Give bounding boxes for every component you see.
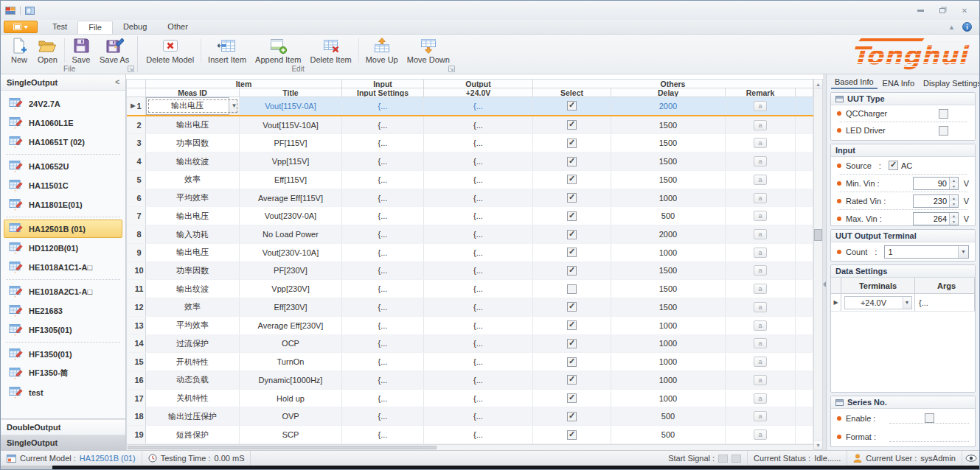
title-cell[interactable]: Average Eff[230V] xyxy=(240,317,342,334)
title-cell[interactable]: Dynamic[1000Hz] xyxy=(240,371,342,389)
panel-splitter[interactable] xyxy=(823,74,826,450)
model-list-item[interactable]: HA10652U xyxy=(4,157,122,175)
max-vin-stepper[interactable]: 264▲▼ xyxy=(913,212,959,225)
count-dropdown[interactable]: 1▼ xyxy=(884,245,969,259)
current-model-value[interactable]: HA12501B (01) xyxy=(80,454,136,463)
select-checkbox[interactable] xyxy=(567,138,577,148)
horizontal-scrollbar[interactable] xyxy=(127,444,813,450)
output-value-cell[interactable]: {... xyxy=(424,353,533,371)
title-cell[interactable]: Vpp[230V] xyxy=(240,280,342,298)
meas-id-cell[interactable]: 平均效率▼ xyxy=(146,317,240,334)
document-icon[interactable] xyxy=(25,7,35,15)
delay-cell[interactable]: 1500 xyxy=(611,262,726,280)
table-row[interactable]: ▶16 动态负载▼ Dynamic[1000Hz] {... {... 1000… xyxy=(127,371,813,390)
scroll-up-icon[interactable]: ▲ xyxy=(814,80,822,89)
remark-edit-button[interactable]: a xyxy=(754,175,767,185)
meas-id-cell[interactable]: 功率因数▼ xyxy=(146,134,240,152)
select-checkbox[interactable] xyxy=(567,193,577,203)
input-settings-cell[interactable]: {... xyxy=(342,390,424,407)
delete-model-button[interactable]: Delete Model xyxy=(142,36,198,65)
input-settings-cell[interactable]: {... xyxy=(342,426,424,443)
input-settings-cell[interactable]: {... xyxy=(342,298,424,316)
meas-id-cell[interactable]: 输出过压保护▼ xyxy=(146,407,240,425)
remark-edit-button[interactable]: a xyxy=(754,248,767,258)
output-value-cell[interactable]: {... xyxy=(424,280,533,298)
tab-test[interactable]: Test xyxy=(42,21,77,34)
column-header-input-settings[interactable]: Input Settings xyxy=(342,88,424,97)
remark-edit-button[interactable]: a xyxy=(754,338,767,348)
sidebar-button-singleoutput[interactable]: SingleOutput xyxy=(1,435,125,450)
input-settings-cell[interactable]: {... xyxy=(342,407,424,425)
delay-cell[interactable]: 1000 xyxy=(611,353,726,371)
ac-source-checkbox[interactable] xyxy=(889,161,898,170)
remark-edit-button[interactable]: a xyxy=(754,193,767,203)
output-value-cell[interactable]: {... xyxy=(424,426,533,443)
title-cell[interactable]: PF[115V] xyxy=(240,134,342,152)
model-list-item[interactable]: HE1018A2C1-A□ xyxy=(4,282,122,301)
table-row[interactable]: ▶15 开机特性▼ TurnOn {... {... 1000 a xyxy=(127,353,813,371)
rated-vin-stepper[interactable]: 230▲▼ xyxy=(913,194,959,208)
meas-id-cell[interactable]: 输出纹波▼ xyxy=(146,152,240,170)
remark-edit-button[interactable]: a xyxy=(754,120,767,130)
select-checkbox[interactable] xyxy=(567,412,577,421)
remark-edit-button[interactable]: a xyxy=(754,229,767,239)
select-checkbox[interactable] xyxy=(567,175,577,184)
title-cell[interactable]: SCP xyxy=(240,426,342,443)
title-cell[interactable]: OVP xyxy=(240,407,342,425)
table-row[interactable]: ▶5 效率▼ Eff[115V] {... {... 1500 a xyxy=(127,171,813,189)
led-driver-checkbox[interactable] xyxy=(939,126,948,136)
model-list-item[interactable]: 24V2.7A xyxy=(4,94,122,113)
title-cell[interactable]: Vout[115V-10A] xyxy=(240,116,342,134)
meas-id-cell[interactable]: 功率因数▼ xyxy=(146,262,240,280)
delay-cell[interactable]: 2000 xyxy=(611,97,726,115)
args-cell[interactable]: {... xyxy=(915,294,975,311)
chevron-down-icon[interactable]: ▼ xyxy=(958,246,968,258)
output-value-cell[interactable]: {... xyxy=(424,262,533,280)
collapse-sidebar-icon[interactable]: < xyxy=(115,78,119,86)
delay-cell[interactable]: 1000 xyxy=(611,317,726,334)
table-row[interactable]: ▶9 输出电压▼ Vout[230V-10A] {... {... 1000 a xyxy=(127,244,813,262)
output-value-cell[interactable]: {... xyxy=(424,152,533,170)
model-list-item[interactable]: HF1305(01) xyxy=(4,320,122,339)
min-vin-stepper[interactable]: 90▲▼ xyxy=(913,177,959,190)
output-value-cell[interactable]: {... xyxy=(424,97,533,115)
model-list-item[interactable]: HA11501C xyxy=(4,176,122,194)
delay-cell[interactable]: 2000 xyxy=(611,225,726,243)
input-settings-cell[interactable]: {... xyxy=(342,116,424,134)
select-checkbox[interactable] xyxy=(567,101,577,111)
delay-cell[interactable]: 1500 xyxy=(611,280,726,298)
tab-based-info[interactable]: Based Info xyxy=(831,77,878,89)
save-button[interactable]: Save xyxy=(67,36,95,65)
input-settings-cell[interactable]: {... xyxy=(342,262,424,280)
input-settings-cell[interactable]: {... xyxy=(342,171,424,189)
qccharger-checkbox[interactable] xyxy=(939,109,948,119)
series-enable-checkbox[interactable] xyxy=(925,413,934,423)
vertical-scrollbar-thumb[interactable] xyxy=(814,229,822,241)
model-list-item[interactable]: HA12501B (01) xyxy=(4,220,122,238)
meas-id-cell[interactable]: 输出电压▼ xyxy=(146,244,240,262)
select-checkbox[interactable] xyxy=(567,339,577,348)
scroll-down-icon[interactable]: ▼ xyxy=(814,440,822,449)
table-row[interactable]: ▶11 输出纹波▼ Vpp[230V] {... {... 1500 a xyxy=(127,280,813,298)
select-checkbox[interactable] xyxy=(567,120,577,130)
model-list-item[interactable]: HA11801E(01) xyxy=(4,195,122,214)
select-checkbox[interactable] xyxy=(567,211,577,221)
new-button[interactable]: New xyxy=(5,36,33,65)
delay-cell[interactable]: 500 xyxy=(611,426,726,443)
vertical-scrollbar[interactable]: ▲ ▼ xyxy=(813,79,823,450)
remark-edit-button[interactable]: a xyxy=(754,320,767,331)
input-settings-cell[interactable]: {... xyxy=(342,335,424,353)
delay-cell[interactable]: 1000 xyxy=(611,244,726,262)
table-row[interactable]: ▶12 效率▼ Eff[230V] {... {... 1500 a xyxy=(127,298,813,317)
model-list-item[interactable]: HF1350-简 xyxy=(4,364,122,382)
table-row[interactable]: ▶18 输出过压保护▼ OVP {... {... 500 a xyxy=(127,407,813,426)
help-icon[interactable]: i xyxy=(962,22,972,32)
model-list-item[interactable]: test xyxy=(4,383,122,401)
input-settings-cell[interactable]: {... xyxy=(342,134,424,152)
input-settings-cell[interactable]: {... xyxy=(342,207,424,225)
meas-id-cell[interactable]: 动态负载▼ xyxy=(146,371,240,389)
select-checkbox[interactable] xyxy=(567,430,577,440)
move-down-button[interactable]: Move Down xyxy=(403,36,454,65)
select-checkbox[interactable] xyxy=(567,230,577,239)
title-cell[interactable]: Vpp[115V] xyxy=(240,152,342,170)
